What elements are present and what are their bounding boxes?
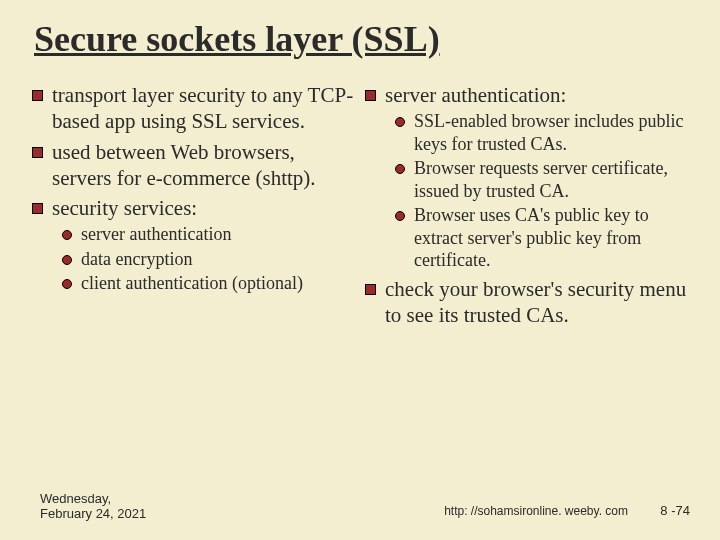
sub-bullet-text: SSL-enabled browser includes public keys… bbox=[414, 110, 688, 155]
circle-bullet-icon bbox=[395, 117, 405, 127]
sub-bullet-text: client authentication (optional) bbox=[81, 272, 355, 295]
square-bullet-icon bbox=[32, 147, 43, 158]
circle-bullet-icon bbox=[395, 211, 405, 221]
left-column: transport layer security to any TCP-base… bbox=[32, 78, 355, 330]
square-bullet-icon bbox=[32, 203, 43, 214]
square-bullet-icon bbox=[365, 284, 376, 295]
bullet-item: server authentication: bbox=[365, 82, 688, 108]
square-bullet-icon bbox=[32, 90, 43, 101]
sub-bullet-list: SSL-enabled browser includes public keys… bbox=[395, 110, 688, 272]
slide: Secure sockets layer (SSL) transport lay… bbox=[0, 0, 720, 540]
sub-bullet-text: server authentication bbox=[81, 223, 355, 246]
sub-bullet-item: client authentication (optional) bbox=[62, 272, 355, 295]
square-bullet-icon bbox=[365, 90, 376, 101]
sub-bullet-item: server authentication bbox=[62, 223, 355, 246]
sub-bullet-item: Browser uses CA's public key to extract … bbox=[395, 204, 688, 272]
circle-bullet-icon bbox=[62, 279, 72, 289]
bullet-item: security services: bbox=[32, 195, 355, 221]
bullet-item: transport layer security to any TCP-base… bbox=[32, 82, 355, 135]
sub-bullet-item: SSL-enabled browser includes public keys… bbox=[395, 110, 688, 155]
slide-title: Secure sockets layer (SSL) bbox=[34, 18, 688, 60]
sub-bullet-text: data encryption bbox=[81, 248, 355, 271]
sub-bullet-item: Browser requests server certificate, iss… bbox=[395, 157, 688, 202]
footer-url: http: //sohamsironline. weeby. com bbox=[444, 504, 628, 518]
bullet-text: security services: bbox=[52, 195, 355, 221]
circle-bullet-icon bbox=[62, 255, 72, 265]
sub-bullet-item: data encryption bbox=[62, 248, 355, 271]
bullet-text: check your browser's security menu to se… bbox=[385, 276, 688, 329]
sub-bullet-list: server authentication data encryption cl… bbox=[62, 223, 355, 295]
bullet-text: transport layer security to any TCP-base… bbox=[52, 82, 355, 135]
footer-date: Wednesday, February 24, 2021 bbox=[40, 491, 146, 522]
footer-date-line1: Wednesday, bbox=[40, 491, 111, 506]
footer-page-number: 8 -74 bbox=[660, 503, 690, 518]
footer-date-line2: February 24, 2021 bbox=[40, 506, 146, 521]
sub-bullet-text: Browser requests server certificate, iss… bbox=[414, 157, 688, 202]
bullet-item: used between Web browsers, servers for e… bbox=[32, 139, 355, 192]
bullet-text: used between Web browsers, servers for e… bbox=[52, 139, 355, 192]
bullet-item: check your browser's security menu to se… bbox=[365, 276, 688, 329]
circle-bullet-icon bbox=[395, 164, 405, 174]
bullet-text: server authentication: bbox=[385, 82, 688, 108]
circle-bullet-icon bbox=[62, 230, 72, 240]
sub-bullet-text: Browser uses CA's public key to extract … bbox=[414, 204, 688, 272]
right-column: server authentication: SSL-enabled brows… bbox=[365, 78, 688, 330]
content-columns: transport layer security to any TCP-base… bbox=[32, 78, 688, 330]
